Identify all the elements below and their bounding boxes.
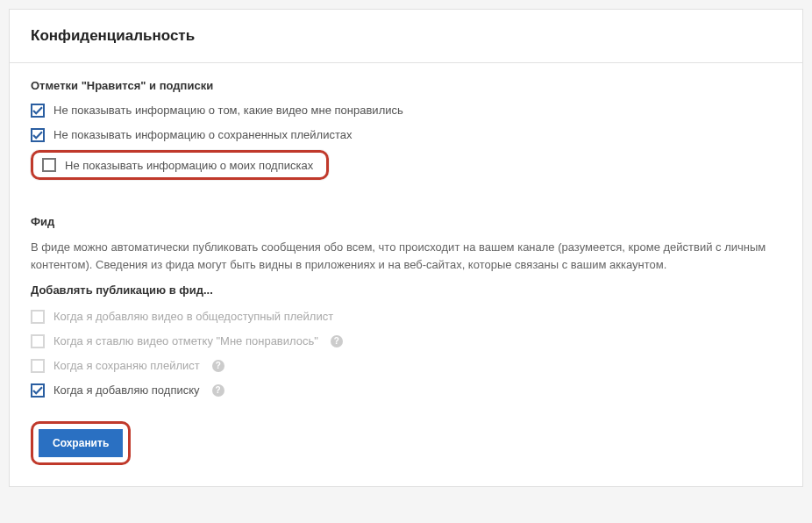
checkbox-icon[interactable] <box>31 334 45 348</box>
page-title: Конфиденциальность <box>31 27 781 45</box>
likes-item-2-label: Не показывать информацию о моих подписка… <box>65 159 313 172</box>
feed-item-2-label: Когда я сохраняю плейлист <box>53 358 200 374</box>
checkbox-icon[interactable] <box>31 383 45 398</box>
likes-section-title: Отметки "Нравится" и подписки <box>31 79 781 92</box>
help-icon[interactable]: ? <box>212 360 224 372</box>
checkbox-icon[interactable] <box>31 128 45 142</box>
feed-item-1-label: Когда я ставлю видео отметку "Мне понрав… <box>53 333 318 349</box>
feed-item-1[interactable]: Когда я ставлю видео отметку "Мне понрав… <box>31 333 781 349</box>
feed-item-0[interactable]: Когда я добавляю видео в общедоступный п… <box>31 309 781 325</box>
likes-item-0-label: Не показывать информацию о том, какие ви… <box>53 103 403 118</box>
feed-section-title: Фид <box>31 215 781 228</box>
feed-item-3-label: Когда я добавляю подписку <box>53 383 200 398</box>
panel-body: Отметки "Нравится" и подписки Не показыв… <box>10 63 802 486</box>
feed-item-2[interactable]: Когда я сохраняю плейлист ? <box>31 358 781 374</box>
highlighted-subscriptions-row: Не показывать информацию о моих подписка… <box>31 150 329 180</box>
checkbox-icon[interactable] <box>31 104 45 118</box>
likes-item-0[interactable]: Не показывать информацию о том, какие ви… <box>31 103 781 118</box>
panel-header: Конфиденциальность <box>10 10 802 63</box>
checkbox-icon[interactable] <box>31 310 45 324</box>
likes-item-1[interactable]: Не показывать информацию о сохраненных п… <box>31 127 781 143</box>
help-icon[interactable]: ? <box>331 335 343 347</box>
help-icon[interactable]: ? <box>212 384 224 397</box>
privacy-panel: Конфиденциальность Отметки "Нравится" и … <box>9 9 803 487</box>
feed-section: Фид В фиде можно автоматически публикова… <box>31 215 781 398</box>
likes-section: Отметки "Нравится" и подписки Не показыв… <box>31 79 781 196</box>
feed-description: В фиде можно автоматически публиковать с… <box>31 239 781 273</box>
checkbox-icon[interactable] <box>31 359 45 373</box>
checkbox-icon[interactable] <box>42 158 56 172</box>
likes-item-1-label: Не показывать информацию о сохраненных п… <box>53 127 353 143</box>
save-button[interactable]: Сохранить <box>39 429 123 457</box>
feed-item-0-label: Когда я добавляю видео в общедоступный п… <box>53 309 333 325</box>
feed-subtitle: Добавлять публикацию в фид... <box>31 283 781 297</box>
highlighted-save-wrap: Сохранить <box>31 421 131 465</box>
feed-item-3[interactable]: Когда я добавляю подписку ? <box>31 383 781 398</box>
